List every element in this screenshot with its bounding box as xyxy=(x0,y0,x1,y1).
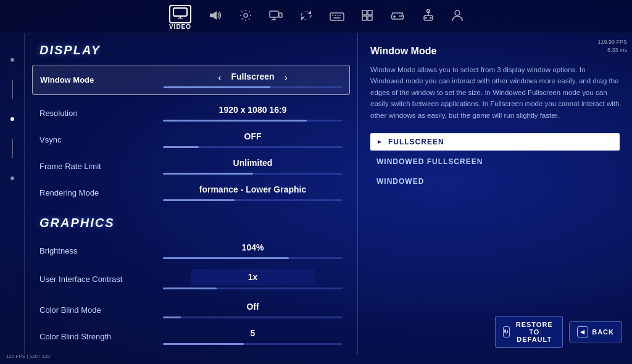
svg-rect-5 xyxy=(279,13,282,17)
frame-rate-value: Unlimited xyxy=(233,158,273,168)
color-blind-mode-value: Off xyxy=(246,302,259,312)
grid-icon xyxy=(362,10,373,24)
info-title: Window Mode xyxy=(370,46,620,57)
bottom-action-bar: ↻ RESTORE TO DEFAULT ◀ BACK xyxy=(612,310,632,354)
restore-label: RESTORE TO DEFAULT xyxy=(514,321,555,343)
resolution-label: Resolution xyxy=(40,109,163,118)
info-description: Window Mode allows you to select from 3 … xyxy=(370,64,620,121)
ui-contrast-value-area: 1x xyxy=(163,269,343,289)
sidebar-line-2 xyxy=(12,139,13,158)
vsync-label: Vsync xyxy=(40,135,163,144)
fps-counter: 119.90 FPS 8.33 ms xyxy=(597,38,627,54)
nav-item-account[interactable] xyxy=(452,9,463,26)
svg-rect-15 xyxy=(368,10,372,15)
vsync-value: OFF xyxy=(244,131,262,141)
window-mode-value: Fullscreen xyxy=(231,72,274,81)
color-blind-mode-row[interactable]: Color Blind Mode Off xyxy=(40,297,343,323)
svg-marker-3 xyxy=(210,11,217,20)
fps-ms: 8.33 ms xyxy=(597,46,627,54)
user-icon xyxy=(452,9,463,25)
svg-rect-4 xyxy=(270,11,278,17)
color-blind-mode-slider xyxy=(163,316,343,318)
window-mode-prev[interactable]: ‹ xyxy=(218,72,221,83)
svg-point-25 xyxy=(425,17,427,19)
nav-item-network[interactable] xyxy=(362,10,373,25)
frame-rate-row[interactable]: Frame Rate Limit Unlimited xyxy=(40,153,343,180)
vsync-value-area: OFF xyxy=(163,131,343,148)
color-blind-mode-value-area: Off xyxy=(163,302,343,318)
vsync-row[interactable]: Vsync OFF xyxy=(40,126,343,153)
keyboard-icon xyxy=(330,10,344,24)
vsync-slider-fill xyxy=(163,146,199,148)
color-blind-strength-row[interactable]: Color Blind Strength 5 xyxy=(40,323,343,350)
frame-rate-slider xyxy=(163,173,343,175)
option-windowed[interactable]: WINDOWED xyxy=(370,173,620,190)
back-icon: ◀ xyxy=(577,326,588,337)
brightness-value: 104% xyxy=(242,242,264,252)
window-mode-row[interactable]: Window Mode ‹ Fullscreen › xyxy=(32,65,350,95)
option-fullscreen[interactable]: ► FULLSCREEN xyxy=(370,133,620,151)
color-blind-mode-slider-fill xyxy=(163,316,181,318)
rendering-mode-slider-fill xyxy=(163,199,235,201)
nav-item-gameplay[interactable] xyxy=(239,9,252,26)
sidebar xyxy=(0,33,25,354)
window-mode-slider-fill xyxy=(164,86,270,88)
color-blind-strength-value: 5 xyxy=(251,328,256,338)
top-nav: VIDEO xyxy=(0,0,632,33)
back-button[interactable]: ◀ BACK xyxy=(569,321,622,342)
nav-item-controller[interactable] xyxy=(422,9,434,26)
gamepad-icon xyxy=(390,10,405,24)
window-mode-slider xyxy=(164,86,342,88)
restore-default-button[interactable]: ↻ RESTORE TO DEFAULT xyxy=(495,316,563,348)
nav-item-controls[interactable] xyxy=(300,9,312,26)
rendering-mode-value: formance - Lower Graphic xyxy=(199,184,306,194)
option-arrow-icon: ► xyxy=(376,138,383,145)
svg-rect-14 xyxy=(362,10,367,15)
rendering-mode-row[interactable]: Rendering Mode formance - Lower Graphic xyxy=(40,180,343,206)
sound-icon xyxy=(209,10,222,24)
option-list: ► FULLSCREEN WINDOWED FULLSCREEN WINDOWE… xyxy=(370,133,620,190)
svg-rect-16 xyxy=(362,16,367,20)
svg-point-21 xyxy=(401,15,402,17)
option-fullscreen-label: FULLSCREEN xyxy=(388,138,444,146)
frame-rate-label: Frame Rate Limit xyxy=(40,162,163,171)
svg-point-27 xyxy=(455,10,460,15)
resolution-value-area: 1920 x 1080 16:9 xyxy=(163,105,343,122)
graphics-section-title: GRAPHICS xyxy=(40,216,343,230)
brightness-row[interactable]: Brightness 104% xyxy=(40,238,343,264)
gear-icon xyxy=(239,9,252,25)
svg-rect-0 xyxy=(173,8,187,16)
brightness-slider-fill xyxy=(163,257,289,259)
window-mode-label: Window Mode xyxy=(40,75,164,85)
option-windowed-fullscreen[interactable]: WINDOWED FULLSCREEN xyxy=(370,153,620,170)
brightness-label: Brightness xyxy=(40,246,163,255)
resolution-value: 1920 x 1080 16:9 xyxy=(219,105,287,115)
window-mode-value-area: ‹ Fullscreen › xyxy=(164,72,342,88)
joystick-icon xyxy=(422,9,434,25)
restore-icon: ↻ xyxy=(503,326,510,337)
nav-item-video[interactable]: VIDEO xyxy=(169,5,191,30)
nav-item-display[interactable] xyxy=(269,10,283,25)
window-mode-next[interactable]: › xyxy=(285,72,288,83)
sidebar-dot-2 xyxy=(10,117,14,121)
vsync-slider xyxy=(163,146,343,148)
brightness-value-area: 104% xyxy=(163,242,343,259)
ui-contrast-row[interactable]: User Interface Contrast 1x xyxy=(40,264,343,294)
frame-rate-slider-fill xyxy=(163,173,253,175)
nav-item-gamepad[interactable] xyxy=(390,10,405,25)
resolution-row[interactable]: Resolution 1920 x 1080 16:9 xyxy=(40,100,343,126)
resolution-slider xyxy=(163,120,343,122)
monitor-icon-box xyxy=(169,5,191,23)
color-blind-strength-slider xyxy=(163,343,343,345)
display-section-title: DISPLAY xyxy=(40,43,343,57)
color-blind-mode-label: Color Blind Mode xyxy=(40,305,163,315)
nav-label-video: VIDEO xyxy=(169,23,191,30)
nav-item-keyboard[interactable] xyxy=(330,10,344,25)
ui-contrast-label: User Interface Contrast xyxy=(40,275,163,284)
color-blind-strength-value-area: 5 xyxy=(163,328,343,345)
brightness-slider xyxy=(163,257,343,259)
nav-item-audio[interactable] xyxy=(209,10,222,25)
settings-panel: DISPLAY Window Mode ‹ Fullscreen › Resol… xyxy=(25,33,358,354)
option-windowed-fullscreen-label: WINDOWED FULLSCREEN xyxy=(376,157,483,166)
sidebar-dot-1 xyxy=(10,58,14,62)
